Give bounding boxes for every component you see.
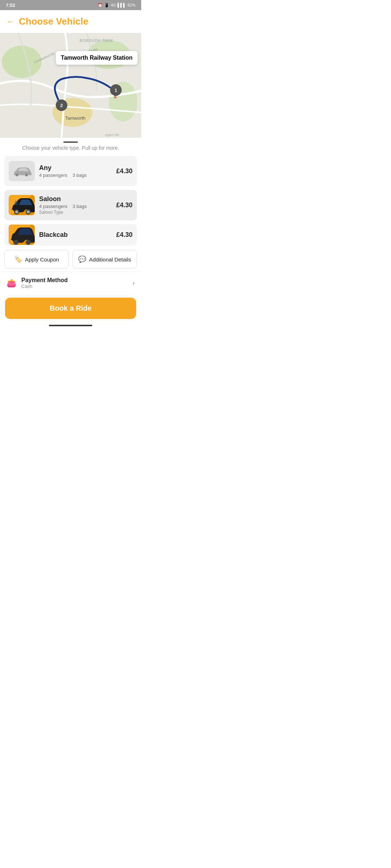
home-indicator (49, 325, 92, 326)
page-title: Choose Vehicle (19, 16, 88, 27)
vehicle-type-saloon: Saloon Type (39, 210, 112, 215)
vehicle-icon-any (9, 161, 35, 181)
svg-point-17 (25, 174, 28, 176)
vehicle-icon-blackcab (9, 225, 35, 245)
svg-text:BOROUGH PARK: BOROUGH PARK (80, 39, 113, 43)
vehicle-card-any[interactable]: Any 4 passengers 3 bags £4.30 (4, 156, 137, 186)
svg-point-25 (26, 240, 31, 245)
vehicle-name-saloon: Saloon (39, 195, 112, 203)
vehicle-price-blackcab: £4.30 (116, 231, 133, 239)
map-destination-label: Tamworth Railway Station (56, 51, 138, 65)
vehicle-info-saloon: Saloon 4 passengers 3 bags Saloon Type (39, 195, 112, 215)
svg-text:Tamworth: Tamworth (65, 115, 85, 121)
details-icon: 💬 (78, 255, 86, 263)
svg-point-20 (15, 210, 18, 213)
wallet-icon: 👛 (7, 278, 16, 288)
vehicle-meta-saloon: 4 passengers 3 bags (39, 204, 112, 209)
vehicle-price-saloon: £4.30 (116, 201, 133, 209)
vehicle-info-blackcab: Blackcab (39, 231, 112, 239)
payment-method-value: Cash (21, 284, 127, 289)
svg-text:2: 2 (60, 103, 63, 108)
alarm-icon: ⏰ (98, 3, 103, 8)
vehicle-name-any: Any (39, 164, 112, 172)
vehicle-meta-any: 4 passengers 3 bags (39, 173, 112, 178)
signal-icon: ▌▌▌ (118, 3, 126, 7)
svg-point-16 (16, 174, 18, 176)
book-ride-button[interactable]: Book a Ride (5, 298, 136, 319)
svg-text:ington Rd: ington Rd (105, 133, 119, 137)
vehicle-info-any: Any 4 passengers 3 bags (39, 164, 112, 178)
apply-coupon-button[interactable]: 🏷️ Apply Coupon (4, 250, 69, 269)
back-button[interactable]: ← (7, 17, 14, 26)
coupon-icon: 🏷️ (14, 255, 22, 263)
additional-details-button[interactable]: 💬 Additional Details (72, 250, 137, 269)
svg-text:1: 1 (115, 88, 117, 93)
chevron-right-icon: › (133, 279, 135, 287)
payment-text: Payment Method Cash (21, 277, 127, 289)
apply-coupon-label: Apply Coupon (25, 256, 59, 263)
svg-point-24 (13, 240, 18, 245)
vehicle-name-blackcab: Blackcab (39, 231, 112, 239)
vehicle-card-saloon[interactable]: Saloon 4 passengers 3 bags Saloon Type £… (4, 190, 137, 220)
bottom-action-buttons: 🏷️ Apply Coupon 💬 Additional Details (0, 246, 141, 272)
network-icon: 4G (111, 3, 116, 7)
payment-label: Payment Method (21, 277, 127, 284)
vibrate-icon: 📳 (104, 3, 109, 8)
vehicle-subtitle: Choose your vehicle type. Pull up for mo… (0, 145, 141, 151)
additional-details-label: Additional Details (89, 256, 131, 263)
status-icons: ⏰ 📳 4G ▌▌▌ 62% (98, 3, 135, 8)
battery-icon: 62% (127, 3, 135, 7)
svg-text:≡: ≡ (114, 94, 117, 100)
map-area: Comberford Rd B5493 A5 Tamworth ington R… (0, 33, 141, 138)
payment-method-row[interactable]: 👛 Payment Method Cash › (0, 272, 141, 294)
book-ride-label: Book a Ride (50, 304, 92, 312)
header: ← Choose Vehicle (0, 10, 141, 33)
vehicle-card-blackcab[interactable]: Blackcab £4.30 (4, 224, 137, 246)
status-bar: 7:52 ⏰ 📳 4G ▌▌▌ 62% (0, 0, 141, 10)
status-time: 7:52 (6, 3, 15, 8)
vehicle-list: Any 4 passengers 3 bags £4.30 (0, 156, 141, 246)
vehicle-price-any: £4.30 (116, 167, 133, 175)
svg-point-22 (27, 210, 30, 213)
vehicle-icon-saloon (9, 195, 35, 215)
drag-handle[interactable] (63, 141, 78, 143)
